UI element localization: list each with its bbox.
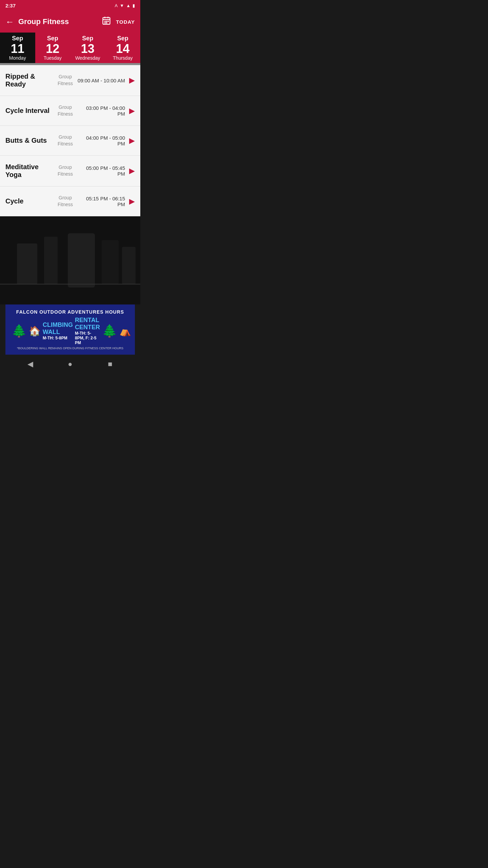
class-time-butts-guts: 04:00 PM - 05:00 PM bbox=[77, 135, 125, 146]
date-weekday-4: Thursday bbox=[113, 55, 133, 61]
nav-bar: ◀ ● ■ bbox=[0, 355, 140, 374]
signal-icon: ▲ bbox=[126, 3, 130, 8]
class-time-cycle-interval: 03:00 PM - 04:00 PM bbox=[77, 105, 125, 117]
nav-back-button[interactable]: ◀ bbox=[22, 356, 38, 372]
class-item-cycle[interactable]: Cycle GroupFitness 05:15 PM - 06:15 PM ▶ bbox=[0, 186, 140, 216]
date-month-4: Sep bbox=[117, 35, 128, 42]
date-weekday-1: Monday bbox=[9, 55, 26, 61]
svg-rect-11 bbox=[44, 237, 58, 284]
date-day-3: 13 bbox=[81, 42, 95, 56]
ad-left-tree-icon: 🌲 bbox=[12, 324, 27, 338]
play-button-cycle-interval[interactable]: ▶ bbox=[129, 106, 135, 115]
nav-home-button[interactable]: ● bbox=[62, 356, 78, 372]
app-header: ← Group Fitness TODAY bbox=[0, 11, 140, 33]
svg-rect-7 bbox=[104, 22, 106, 24]
nav-recents-button[interactable]: ■ bbox=[102, 356, 118, 372]
class-category-butts-guts: GroupFitness bbox=[53, 134, 77, 147]
date-item-sep14[interactable]: Sep 14 Thursday bbox=[105, 33, 141, 63]
class-name-butts-guts: Butts & Guts bbox=[5, 137, 53, 144]
wifi-icon: ▼ bbox=[120, 3, 124, 8]
ad-right-tent-icon: ⛺ bbox=[119, 326, 131, 337]
class-name-cycle: Cycle bbox=[5, 197, 53, 205]
date-day-2: 12 bbox=[46, 42, 59, 56]
date-weekday-2: Tuesday bbox=[44, 55, 62, 61]
date-day-4: 14 bbox=[116, 42, 129, 56]
date-day-1: 11 bbox=[11, 42, 24, 56]
date-item-sep11[interactable]: Sep 11 Monday bbox=[0, 33, 35, 63]
class-time-ripped: 09:00 AM - 10:00 AM bbox=[77, 78, 125, 83]
play-button-meditative-yoga[interactable]: ▶ bbox=[129, 166, 135, 175]
svg-rect-14 bbox=[122, 247, 136, 284]
header-right: TODAY bbox=[102, 16, 135, 27]
header-left: ← Group Fitness bbox=[5, 17, 69, 27]
class-name-meditative-yoga: Meditative Yoga bbox=[5, 163, 53, 179]
class-time-meditative-yoga: 05:00 PM - 05:45 PM bbox=[77, 165, 125, 177]
class-name-ripped: Ripped & Ready bbox=[5, 73, 53, 88]
back-button[interactable]: ← bbox=[5, 17, 14, 27]
date-month-3: Sep bbox=[82, 35, 93, 42]
today-button[interactable]: TODAY bbox=[116, 19, 135, 25]
ad-climbing-hours: M-TH: 5-8PM bbox=[43, 336, 73, 340]
ad-title: FALCON OUTDOOR ADVENTURES HOURS bbox=[12, 309, 129, 315]
class-item-butts-guts[interactable]: Butts & Guts GroupFitness 04:00 PM - 05:… bbox=[0, 126, 140, 156]
class-category-cycle-interval: GroupFitness bbox=[53, 104, 77, 117]
ad-disclaimer: *BOULDERING WALL REMAINS OPEN DURING FIT… bbox=[12, 347, 129, 350]
date-item-sep13[interactable]: Sep 13 Wednesday bbox=[70, 33, 105, 63]
battery-icon: ▮ bbox=[133, 3, 135, 8]
svg-rect-4 bbox=[104, 21, 106, 22]
svg-rect-5 bbox=[106, 21, 107, 22]
class-item-cycle-interval[interactable]: Cycle Interval GroupFitness 03:00 PM - 0… bbox=[0, 96, 140, 126]
ad-rental-hours: M-TH: 5-8PM, F: 2-5 PM bbox=[75, 331, 100, 345]
class-time-cycle: 05:15 PM - 06:15 PM bbox=[77, 196, 125, 207]
class-item-meditative-yoga[interactable]: Meditative Yoga GroupFitness 05:00 PM - … bbox=[0, 156, 140, 186]
date-month-2: Sep bbox=[47, 35, 58, 42]
ad-rental-center-title: RENTAL CENTER bbox=[75, 317, 100, 331]
svg-rect-13 bbox=[102, 240, 119, 284]
ad-tent-icon: 🏠 bbox=[29, 326, 41, 337]
status-time: 2:37 bbox=[5, 3, 16, 8]
status-bar: 2:37 A ▼ ▲ ▮ bbox=[0, 0, 140, 11]
play-button-butts-guts[interactable]: ▶ bbox=[129, 136, 135, 145]
play-button-cycle[interactable]: ▶ bbox=[129, 197, 135, 206]
date-item-sep12[interactable]: Sep 12 Tuesday bbox=[35, 33, 70, 63]
ad-content: 🌲 🏠 CLIMBING WALL M-TH: 5-8PM RENTAL CEN… bbox=[12, 317, 129, 345]
svg-rect-12 bbox=[68, 233, 95, 288]
class-category-cycle: GroupFitness bbox=[53, 195, 77, 208]
background-section bbox=[0, 216, 140, 304]
svg-rect-10 bbox=[17, 243, 37, 284]
class-category-meditative-yoga: GroupFitness bbox=[53, 164, 77, 177]
ad-climbing-wall-block: CLIMBING WALL M-TH: 5-8PM bbox=[43, 321, 73, 340]
ad-banner: FALCON OUTDOOR ADVENTURES HOURS 🌲 🏠 CLIM… bbox=[5, 304, 135, 355]
class-category-ripped: GroupFitness bbox=[53, 74, 77, 87]
class-item-ripped[interactable]: Ripped & Ready GroupFitness 09:00 AM - 1… bbox=[0, 65, 140, 96]
class-list: Ripped & Ready GroupFitness 09:00 AM - 1… bbox=[0, 65, 140, 216]
play-button-ripped[interactable]: ▶ bbox=[129, 76, 135, 85]
class-name-cycle-interval: Cycle Interval bbox=[5, 107, 53, 115]
date-weekday-3: Wednesday bbox=[75, 55, 100, 61]
status-icons: A ▼ ▲ ▮ bbox=[115, 3, 135, 8]
svg-rect-6 bbox=[108, 21, 109, 22]
ad-climbing-wall-title: CLIMBING WALL bbox=[43, 321, 73, 336]
date-month-1: Sep bbox=[12, 35, 23, 42]
notification-icon: A bbox=[115, 3, 118, 8]
bg-graphic bbox=[0, 216, 140, 304]
ad-rental-center-block: RENTAL CENTER M-TH: 5-8PM, F: 2-5 PM bbox=[75, 317, 100, 345]
svg-rect-8 bbox=[106, 22, 107, 24]
calendar-icon[interactable] bbox=[102, 16, 111, 27]
date-selector: Sep 11 Monday Sep 12 Tuesday Sep 13 Wedn… bbox=[0, 33, 140, 63]
ad-right-tree-icon: 🌲 bbox=[102, 324, 117, 338]
header-title: Group Fitness bbox=[18, 17, 69, 26]
